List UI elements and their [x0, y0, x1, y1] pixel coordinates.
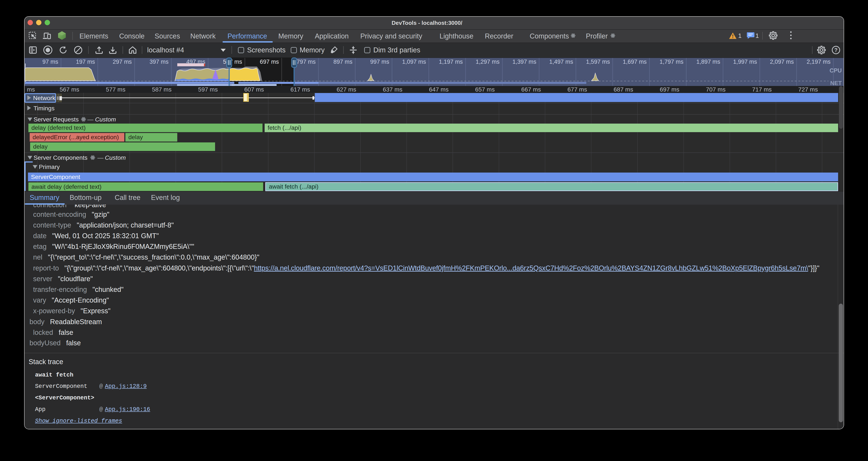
svg-text:697 ms: 697 ms: [260, 58, 279, 65]
svg-text:997 ms: 997 ms: [370, 58, 389, 65]
svg-text:1,497 ms: 1,497 ms: [549, 58, 573, 65]
svg-text:797 ms: 797 ms: [297, 58, 316, 65]
svg-text:1,697 ms: 1,697 ms: [623, 58, 647, 65]
svg-text:97 ms: 97 ms: [42, 58, 58, 65]
svg-text:CPU: CPU: [830, 67, 842, 74]
svg-text:1,397 ms: 1,397 ms: [513, 58, 536, 65]
svg-text:1,197 ms: 1,197 ms: [439, 58, 463, 65]
svg-text:497 ms: 497 ms: [186, 58, 205, 65]
svg-text:?: ?: [834, 47, 837, 53]
svg-text:1,597 ms: 1,597 ms: [586, 58, 610, 65]
svg-text:597 ms: 597 ms: [223, 58, 242, 65]
svg-text:1,797 ms: 1,797 ms: [659, 58, 683, 65]
svg-text:1,297 ms: 1,297 ms: [476, 58, 500, 65]
svg-text:397 ms: 397 ms: [150, 58, 168, 65]
svg-text:897 ms: 897 ms: [333, 58, 352, 65]
svg-text:2,097 ms: 2,097 ms: [770, 58, 794, 65]
svg-text:197 ms: 197 ms: [76, 58, 95, 65]
svg-text:1,997 ms: 1,997 ms: [733, 58, 757, 65]
svg-text:NET: NET: [830, 80, 842, 86]
svg-text:1,897 ms: 1,897 ms: [696, 58, 720, 65]
svg-text:2,197 ms: 2,197 ms: [807, 58, 831, 65]
svg-text:297 ms: 297 ms: [113, 58, 132, 65]
svg-text:1,097 ms: 1,097 ms: [402, 58, 426, 65]
